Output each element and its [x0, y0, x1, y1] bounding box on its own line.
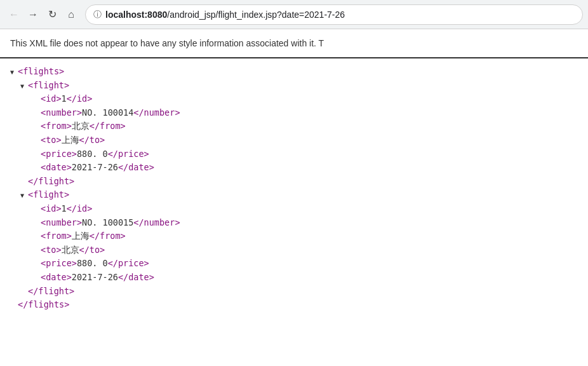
flight-2-id: <id>1</id>: [20, 202, 578, 216]
back-button[interactable]: ←: [5, 6, 23, 24]
flight-1-close: </flight>: [20, 175, 578, 189]
xml-notice: This XML file does not appear to have an…: [0, 29, 588, 58]
xml-tree: ▼ <flights> ▼ <flight> <id>1</id> <numbe…: [0, 58, 588, 318]
flight-2-date: <date>2021-7-26</date>: [20, 271, 578, 285]
lock-icon: ⓘ: [93, 9, 102, 20]
flights-root-open: ▼ <flights>: [10, 65, 578, 79]
home-button[interactable]: ⌂: [62, 6, 80, 24]
flight-1-number: <number>NO. 100014</number>: [20, 106, 578, 120]
nav-buttons: ← → ↻ ⌂: [5, 6, 80, 24]
flight-1-block: ▼ <flight> <id>1</id> <number>NO. 100014…: [10, 79, 578, 189]
flights-root-close: </flights>: [10, 298, 578, 312]
flight-2-toggle[interactable]: ▼: [20, 191, 28, 201]
flight-1-price: <price>880. 0</price>: [20, 147, 578, 161]
forward-button[interactable]: →: [24, 6, 42, 24]
browser-toolbar: ← → ↻ ⌂ ⓘ localhost:8080/android_jsp/fli…: [0, 0, 588, 29]
flight-1-to: <to>上海</to>: [20, 133, 578, 147]
browser-content: This XML file does not appear to have an…: [0, 29, 588, 318]
flight-2-open: ▼ <flight>: [20, 188, 578, 202]
flights-toggle[interactable]: ▼: [10, 67, 18, 78]
url-display: localhost:8080/android_jsp/flight_index.…: [105, 10, 575, 20]
flight-2-number: <number>NO. 100015</number>: [20, 216, 578, 230]
flight-1-open: ▼ <flight>: [20, 79, 578, 93]
flight-2-price: <price>880. 0</price>: [20, 257, 578, 271]
flight-2-from: <from>上海</from>: [20, 229, 578, 243]
flight-2-block: ▼ <flight> <id>1</id> <number>NO. 100015…: [10, 188, 578, 298]
flight-2-close: </flight>: [20, 285, 578, 299]
flight-2-to: <to>北京</to>: [20, 243, 578, 257]
flight-1-from: <from>北京</from>: [20, 119, 578, 133]
address-bar[interactable]: ⓘ localhost:8080/android_jsp/flight_inde…: [85, 4, 583, 25]
flight-1-toggle[interactable]: ▼: [20, 81, 28, 92]
reload-button[interactable]: ↻: [43, 6, 61, 24]
flight-1-id: <id>1</id>: [20, 92, 578, 106]
flight-1-date: <date>2021-7-26</date>: [20, 161, 578, 175]
